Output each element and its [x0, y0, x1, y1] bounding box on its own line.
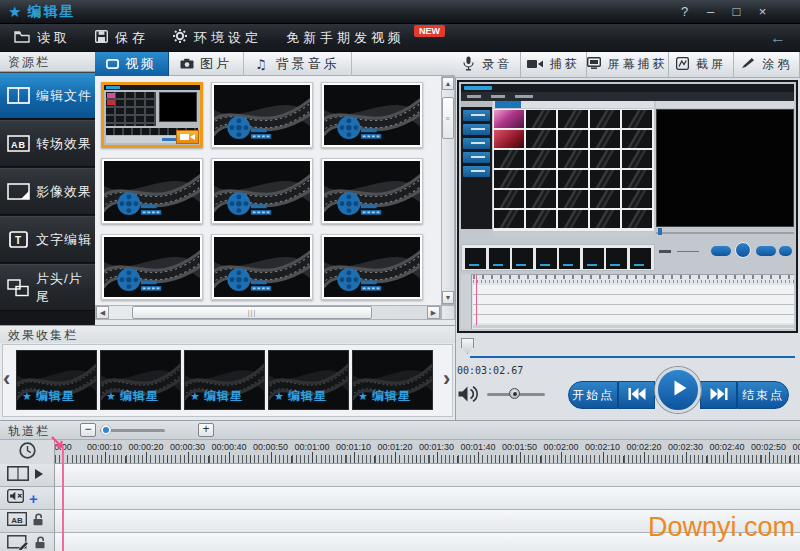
- media-thumbnail-1[interactable]: [101, 82, 203, 148]
- toolbar-item-label: 读取: [37, 29, 71, 47]
- toolbar-item-open[interactable]: 读取: [14, 29, 71, 47]
- horizontal-scrollbar[interactable]: ◀|||▶: [95, 305, 441, 320]
- timeline-zoom-in-button[interactable]: +: [198, 423, 214, 437]
- maximize-button[interactable]: □: [729, 4, 744, 19]
- media-thumbnail-2[interactable]: [211, 82, 313, 148]
- sidebar-item-3[interactable]: 影像效果: [0, 168, 95, 215]
- mini-effect-thumbnail: [583, 248, 604, 269]
- effect-thumbnail-5[interactable]: ★编辑星: [352, 350, 433, 410]
- ruler-major-tick: [478, 452, 479, 464]
- sidebar-item-2[interactable]: AB转场效果: [0, 120, 95, 167]
- ruler-label: 00:00:30: [170, 442, 205, 452]
- toolbar-item-settings[interactable]: 环境设定: [173, 29, 262, 47]
- minimize-button[interactable]: –: [703, 4, 718, 19]
- capture-button-1[interactable]: 录音: [455, 52, 521, 77]
- sidebar-item-label: 影像效果: [36, 183, 92, 201]
- start-point-button[interactable]: 开始点: [568, 381, 618, 409]
- ruler-label: 00:02:00: [543, 442, 578, 452]
- track-header-4[interactable]: [0, 533, 55, 551]
- effect-thumbnail-label: ★编辑星: [190, 388, 243, 405]
- effects-scroll-right-icon[interactable]: ›: [443, 368, 450, 390]
- mini-sidebar: [461, 107, 492, 229]
- previous-frame-button[interactable]: [618, 381, 655, 409]
- track-bar-title: 轨道栏: [8, 423, 50, 440]
- timeline-zoom-knob[interactable]: [101, 425, 111, 435]
- track-lock-icon[interactable]: [34, 535, 46, 551]
- end-point-button[interactable]: 结束点: [737, 381, 789, 409]
- track-lock-icon[interactable]: [32, 512, 44, 530]
- effect-thumbnail-4[interactable]: ★编辑星: [268, 350, 349, 410]
- capture-button-5[interactable]: 涂鸦: [734, 52, 800, 77]
- sidebar-item-4[interactable]: T文字编辑: [0, 216, 95, 263]
- sidebar-item-label: 编辑文件: [36, 87, 92, 105]
- track-lane-1[interactable]: [55, 464, 800, 487]
- ruler-major-tick: [561, 452, 562, 464]
- track-lane-2[interactable]: [55, 487, 800, 510]
- preview-area: [457, 80, 798, 333]
- scroll-down-icon[interactable]: ▼: [442, 291, 454, 304]
- vertical-scrollbar[interactable]: ▲≡▼: [441, 76, 455, 305]
- timeline-ruler[interactable]: 0:0000:00:1000:00:2000:00:3000:00:4000:0…: [0, 440, 800, 464]
- tab-2[interactable]: 图片: [169, 52, 244, 76]
- mini-thumbnail: [622, 130, 652, 148]
- vscroll-thumb[interactable]: ≡: [442, 97, 454, 139]
- seek-progress-line[interactable]: [470, 356, 795, 358]
- toolbar-item-save[interactable]: 保存: [95, 29, 149, 47]
- close-button[interactable]: ×: [755, 4, 770, 19]
- ruler-major-tick: [188, 452, 189, 464]
- effect-thumbnail-3[interactable]: ★编辑星: [184, 350, 265, 410]
- effect-thumbnail-1[interactable]: ★编辑星: [16, 350, 97, 410]
- scroll-up-icon[interactable]: ▲: [442, 77, 454, 90]
- effects-scroll-left-icon[interactable]: ‹: [3, 368, 10, 390]
- capture-button-2[interactable]: 捕获: [521, 52, 587, 77]
- mini-sidebar-item: [463, 124, 490, 135]
- capture-button-label: 涂鸦: [762, 56, 792, 73]
- capture-button-4[interactable]: 截屏: [669, 52, 735, 77]
- music-icon: ♫: [255, 57, 270, 72]
- volume-icon[interactable]: [458, 385, 479, 407]
- sidebar-item-1[interactable]: 编辑文件: [0, 72, 95, 119]
- scroll-left-icon[interactable]: ◀: [96, 306, 109, 319]
- mini-app-title: [464, 86, 492, 90]
- pen-icon: [741, 57, 755, 72]
- media-thumbnail-9[interactable]: [321, 234, 423, 300]
- timeline-zoom-out-button[interactable]: −: [80, 423, 96, 437]
- ruler-major-tick: [520, 452, 521, 464]
- volume-knob-dot: [513, 392, 517, 396]
- ruler-major-tick: [603, 452, 604, 464]
- media-thumbnail-7[interactable]: [101, 234, 203, 300]
- toolbar-collapse-arrow-icon[interactable]: ←: [770, 29, 786, 47]
- ruler-mid-tick: [208, 456, 209, 464]
- ruler-major-tick: [727, 452, 728, 464]
- track-add-icon[interactable]: +: [29, 491, 38, 506]
- media-thumbnail-3[interactable]: [321, 82, 423, 148]
- media-thumbnail-4[interactable]: [101, 158, 203, 224]
- help-button[interactable]: ?: [677, 4, 692, 19]
- mini-thumbnail: [494, 170, 524, 188]
- ruler-mid-tick: [291, 456, 292, 464]
- sidebar-item-5[interactable]: 片头/片尾: [0, 264, 95, 311]
- play-button[interactable]: [655, 367, 701, 413]
- mini-volume-slider: [677, 251, 699, 252]
- track-header-1[interactable]: [0, 464, 55, 487]
- next-frame-button[interactable]: [700, 381, 737, 409]
- ruler-label: 00:01:00: [294, 442, 329, 452]
- playhead-line[interactable]: [62, 447, 64, 551]
- media-thumbnail-8[interactable]: [211, 234, 313, 300]
- mini-thumbnail: [494, 190, 524, 208]
- scrollbar-corner: [441, 305, 455, 320]
- ruler-mid-tick: [582, 456, 583, 464]
- effect-thumbnail-label: ★编辑星: [106, 388, 159, 405]
- tab-1[interactable]: 视频: [95, 52, 169, 76]
- effect-thumbnail-2[interactable]: ★编辑星: [100, 350, 181, 410]
- toolbar-item-publish[interactable]: 免新手期发视频NEW: [286, 29, 445, 47]
- track-header-2[interactable]: +: [0, 487, 55, 510]
- capture-button-3[interactable]: 屏幕捕获: [587, 52, 669, 77]
- media-thumbnail-6[interactable]: [321, 158, 423, 224]
- media-thumbnail-5[interactable]: [211, 158, 313, 224]
- track-header-3[interactable]: AB: [0, 510, 55, 533]
- track-play-icon[interactable]: [34, 466, 44, 484]
- tab-3[interactable]: ♫背景音乐: [244, 52, 352, 76]
- hscroll-thumb[interactable]: |||: [132, 306, 372, 319]
- scroll-right-icon[interactable]: ▶: [427, 306, 440, 319]
